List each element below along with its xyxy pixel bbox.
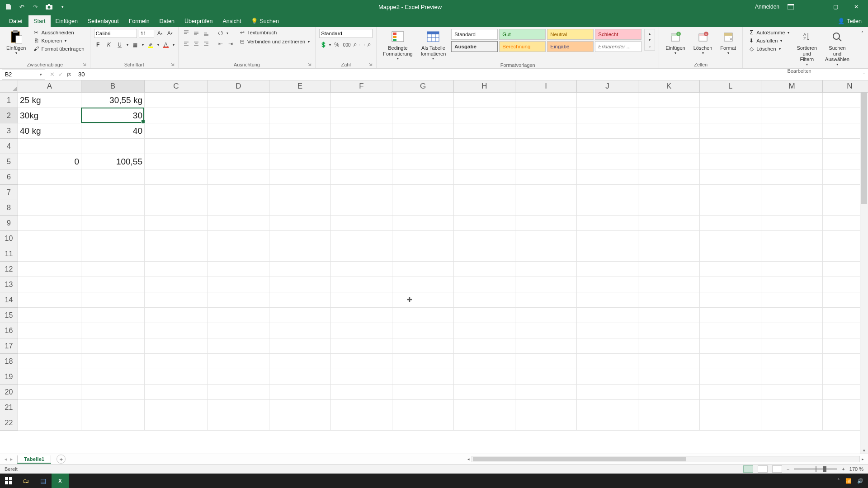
cell-E11[interactable] [269,246,331,262]
styles-more-icon[interactable]: ⌄ [646,43,654,49]
format-painter-button[interactable]: 🖌Format übertragen [31,45,86,52]
cell-G19[interactable] [392,369,454,385]
cell-L1[interactable] [700,93,761,108]
scroll-left-arrow-icon[interactable]: ◂ [466,456,472,462]
autosum-button[interactable]: ΣAutoSumme▾ [746,29,791,36]
spreadsheet-grid[interactable]: ABCDEFGHIJKLMN 1234567891011121314151617… [0,80,868,454]
cell-J5[interactable] [577,154,638,169]
cell-E14[interactable] [269,292,331,308]
cell-H11[interactable] [454,246,515,262]
cell-I19[interactable] [515,369,577,385]
cell-E15[interactable] [269,308,331,323]
namebox-dropdown-icon[interactable]: ▾ [40,72,42,77]
column-header-F[interactable]: F [331,80,392,93]
cell-F17[interactable] [331,338,392,354]
clipboard-launcher-icon[interactable]: ⇲ [83,62,86,67]
align-top-icon[interactable] [182,29,190,37]
collapse-ribbon-icon[interactable]: ˄ [859,29,867,37]
row-header-1[interactable]: 1 [0,93,18,108]
row-header-17[interactable]: 17 [0,338,18,354]
cell-I13[interactable] [515,277,577,292]
cell-B12[interactable] [81,262,145,277]
cell-L7[interactable] [700,185,761,200]
cell-M4[interactable] [761,139,823,154]
cell-L20[interactable] [700,385,761,400]
cell-A12[interactable] [18,262,81,277]
column-header-N[interactable]: N [823,80,868,93]
cell-M10[interactable] [761,231,823,246]
cell-E19[interactable] [269,369,331,385]
add-sheet-button[interactable]: + [57,455,66,464]
cell-F1[interactable] [331,93,392,108]
increase-decimal-icon[interactable]: ,0→ [353,41,361,49]
cell-A7[interactable] [18,185,81,200]
cell-J12[interactable] [577,262,638,277]
cell-J1[interactable] [577,93,638,108]
cell-A2[interactable]: 30kg [18,108,81,123]
column-header-L[interactable]: L [700,80,761,93]
cell-A14[interactable] [18,292,81,308]
cell-G7[interactable] [392,185,454,200]
cell-M2[interactable] [761,108,823,123]
column-header-B[interactable]: B [81,80,145,93]
cell-F3[interactable] [331,123,392,139]
cell-E20[interactable] [269,385,331,400]
cell-D6[interactable] [208,169,269,185]
decrease-decimal-icon[interactable]: ←,0 [363,41,371,49]
cell-M12[interactable] [761,262,823,277]
cell-B5[interactable]: 100,55 [81,154,145,169]
row-header-10[interactable]: 10 [0,231,18,246]
cell-C1[interactable] [145,93,208,108]
cell-D9[interactable] [208,216,269,231]
cell-E2[interactable] [269,108,331,123]
cell-M15[interactable] [761,308,823,323]
cell-M7[interactable] [761,185,823,200]
cell-C2[interactable] [145,108,208,123]
column-header-E[interactable]: E [269,80,331,93]
cell-K10[interactable] [638,231,700,246]
vertical-scroll-thumb[interactable] [861,87,867,204]
cell-F4[interactable] [331,139,392,154]
cell-L14[interactable] [700,292,761,308]
tab-page-layout[interactable]: Seitenlayout [83,15,124,27]
cell-F20[interactable] [331,385,392,400]
tab-file[interactable]: Datei [3,15,28,27]
enter-formula-icon[interactable]: ✓ [58,71,63,78]
cell-H1[interactable] [454,93,515,108]
cell-K6[interactable] [638,169,700,185]
cell-M16[interactable] [761,323,823,338]
cell-J13[interactable] [577,277,638,292]
cell-F9[interactable] [331,216,392,231]
cell-L4[interactable] [700,139,761,154]
cell-K1[interactable] [638,93,700,108]
column-header-C[interactable]: C [145,80,208,93]
row-header-4[interactable]: 4 [0,139,18,154]
italic-button[interactable]: K [105,41,113,49]
cell-E18[interactable] [269,354,331,369]
column-header-A[interactable]: A [18,80,81,93]
cell-F8[interactable] [331,200,392,216]
cell-M5[interactable] [761,154,823,169]
orientation-icon[interactable]: ⭯ [217,29,225,37]
style-schlecht[interactable]: Schlecht [595,29,642,40]
cell-D14[interactable] [208,292,269,308]
cell-C17[interactable] [145,338,208,354]
cell-H6[interactable] [454,169,515,185]
cell-J8[interactable] [577,200,638,216]
cell-J11[interactable] [577,246,638,262]
cell-H14[interactable] [454,292,515,308]
cell-A4[interactable] [18,139,81,154]
cell-M6[interactable] [761,169,823,185]
cell-A8[interactable] [18,200,81,216]
cell-H8[interactable] [454,200,515,216]
cell-J2[interactable] [577,108,638,123]
cell-M17[interactable] [761,338,823,354]
sheet-nav[interactable]: ◂ ▸ [0,456,17,462]
row-header-22[interactable]: 22 [0,415,18,431]
merge-center-button[interactable]: ⊟Verbinden und zentrieren▾ [237,38,312,45]
cell-E7[interactable] [269,185,331,200]
cell-B20[interactable] [81,385,145,400]
taskbar-file-explorer[interactable]: 🗂 [17,474,34,488]
increase-indent-icon[interactable]: ⇥ [226,40,235,48]
cell-G4[interactable] [392,139,454,154]
